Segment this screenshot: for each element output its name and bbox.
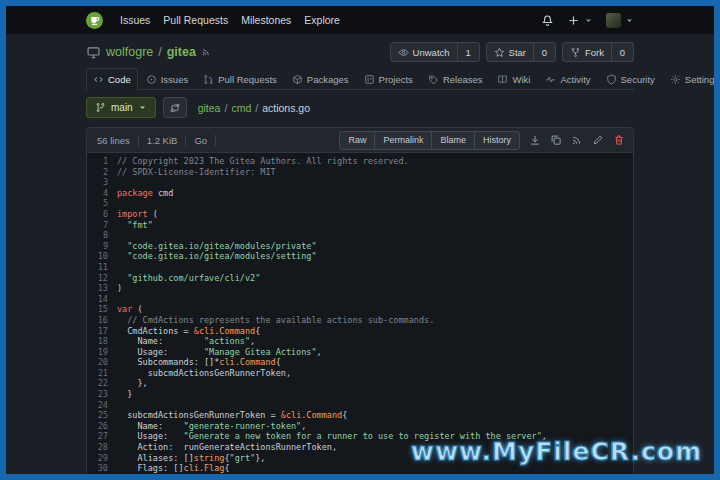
code-line: 6import ( — [87, 209, 633, 220]
line-number[interactable]: 8 — [87, 230, 117, 241]
create-menu[interactable] — [567, 14, 593, 27]
tab-wiki[interactable]: Wiki — [490, 68, 537, 90]
line-number[interactable]: 30 — [87, 463, 117, 474]
line-number[interactable]: 18 — [87, 336, 117, 347]
code-line: 12 "github.com/urfave/cli/v2" — [87, 273, 633, 284]
line-number[interactable]: 24 — [87, 400, 117, 411]
code-line-content — [117, 198, 122, 209]
line-number[interactable]: 23 — [87, 389, 117, 400]
line-number[interactable]: 26 — [87, 421, 117, 432]
watch-count[interactable]: 1 — [458, 42, 480, 62]
breadcrumb-dir[interactable]: cmd — [231, 102, 251, 114]
fork-control: Fork 0 — [562, 42, 634, 62]
line-number[interactable]: 4 — [87, 188, 117, 199]
repo-name-link[interactable]: gitea — [167, 45, 196, 59]
tab-settings[interactable]: Settings — [663, 68, 714, 90]
unwatch-button[interactable]: Unwatch — [390, 42, 458, 62]
bell-icon[interactable] — [541, 14, 554, 27]
blame-button[interactable]: Blame — [431, 131, 475, 150]
line-number[interactable]: 29 — [87, 453, 117, 464]
code-line: 8 — [87, 230, 633, 241]
code-line-content: Name: "actions", — [117, 336, 255, 347]
code-line-content: subcmdActionsGenRunnerToken = &cli.Comma… — [117, 410, 347, 421]
copy-icon[interactable] — [550, 134, 562, 146]
tab-activity[interactable]: Activity — [538, 68, 597, 90]
code-line-content: Usage: "Generate a new token for a runne… — [117, 431, 547, 442]
breadcrumb-repo[interactable]: gitea — [198, 102, 221, 114]
code-line-content: package cmd — [117, 188, 173, 199]
line-number[interactable]: 17 — [87, 326, 117, 337]
line-number[interactable]: 22 — [87, 378, 117, 389]
line-number[interactable]: 6 — [87, 209, 117, 220]
line-number[interactable]: 16 — [87, 315, 117, 326]
line-number[interactable]: 7 — [87, 220, 117, 231]
code-line-content: Action: runGenerateActionsRunnerToken, — [117, 442, 337, 453]
code-line: 22 }, — [87, 378, 633, 389]
line-number[interactable]: 28 — [87, 442, 117, 453]
compare-button[interactable] — [163, 97, 187, 118]
line-number[interactable]: 12 — [87, 273, 117, 284]
raw-button[interactable]: Raw — [339, 131, 375, 150]
tab-pull-requests[interactable]: Pull Requests — [196, 68, 284, 90]
tab-code[interactable]: Code — [86, 68, 138, 90]
line-number[interactable]: 27 — [87, 431, 117, 442]
user-menu[interactable] — [606, 13, 634, 28]
file-language: Go — [186, 135, 216, 146]
nav-issues[interactable]: Issues — [120, 14, 150, 26]
history-button[interactable]: History — [474, 131, 520, 150]
delete-icon[interactable] — [613, 134, 625, 146]
code-line-content: ) — [117, 283, 122, 294]
star-button[interactable]: Star — [486, 42, 534, 62]
line-number[interactable]: 5 — [87, 198, 117, 209]
code-line: 11 — [87, 262, 633, 273]
code-line-content: } — [117, 389, 132, 400]
permalink-button[interactable]: Permalink — [374, 131, 432, 150]
tab-security[interactable]: Security — [599, 68, 662, 90]
line-number[interactable]: 13 — [87, 283, 117, 294]
line-number[interactable]: 15 — [87, 304, 117, 315]
rss-icon[interactable] — [571, 134, 583, 146]
repo-owner-link[interactable]: wolfogre — [106, 45, 153, 59]
nav-explore[interactable]: Explore — [304, 14, 340, 26]
tab-issues[interactable]: Issues — [139, 68, 195, 90]
tab-releases[interactable]: Releases — [421, 68, 490, 90]
code-line-content: }, — [117, 378, 148, 389]
code-line: 16 // CmdActions represents the availabl… — [87, 315, 633, 326]
line-number[interactable]: 3 — [87, 177, 117, 188]
line-number[interactable]: 21 — [87, 368, 117, 379]
branch-icon — [95, 102, 106, 113]
line-number[interactable]: 20 — [87, 357, 117, 368]
repo-separator: / — [158, 45, 161, 59]
rss-icon[interactable] — [201, 47, 211, 57]
code-line: 29 Aliases: []string{"grt"}, — [87, 453, 633, 464]
branch-selector[interactable]: main — [86, 97, 156, 118]
gitea-logo[interactable] — [86, 12, 103, 29]
edit-icon[interactable] — [592, 134, 604, 146]
line-number[interactable]: 14 — [87, 294, 117, 305]
star-control: Star 0 — [486, 42, 556, 62]
branch-name: main — [111, 102, 133, 113]
breadcrumb: gitea/cmd/actions.go — [198, 102, 310, 114]
tab-packages[interactable]: Packages — [285, 68, 356, 90]
star-count[interactable]: 0 — [534, 42, 556, 62]
nav-pull-requests[interactable]: Pull Requests — [163, 14, 228, 26]
code-line-content: // CmdActions represents the available a… — [117, 315, 434, 326]
code-icon — [93, 74, 104, 85]
breadcrumb-separator: / — [224, 102, 227, 114]
line-number[interactable]: 11 — [87, 262, 117, 273]
fork-button[interactable]: Fork — [562, 42, 612, 62]
fork-count[interactable]: 0 — [612, 42, 634, 62]
code-line: 27 Usage: "Generate a new token for a ru… — [87, 431, 633, 442]
download-icon[interactable] — [529, 134, 541, 146]
line-number[interactable]: 2 — [87, 167, 117, 178]
line-number[interactable]: 19 — [87, 347, 117, 358]
tab-projects[interactable]: Projects — [357, 68, 420, 90]
line-number[interactable]: 10 — [87, 251, 117, 262]
code-line-content — [117, 230, 122, 241]
line-number[interactable]: 25 — [87, 410, 117, 421]
package-icon — [292, 74, 303, 85]
nav-milestones[interactable]: Milestones — [241, 14, 291, 26]
line-number[interactable]: 9 — [87, 241, 117, 252]
code-line: 24 — [87, 400, 633, 411]
line-number[interactable]: 1 — [87, 156, 117, 167]
